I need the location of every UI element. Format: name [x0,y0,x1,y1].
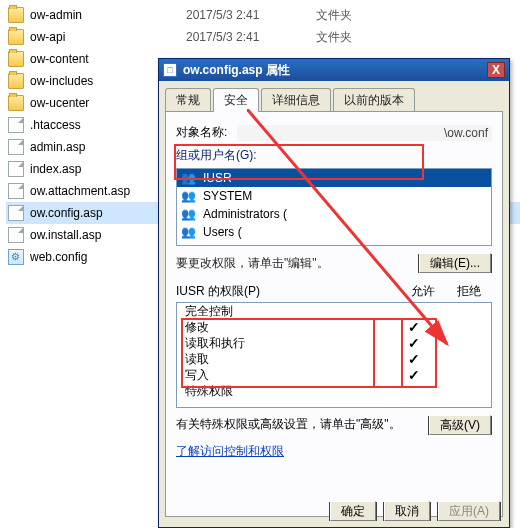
file-icon [8,117,24,133]
file-row[interactable]: ow-admin2017/5/3 2:41文件夹 [6,4,520,26]
file-name: ow-api [30,30,65,44]
file-name: ow-content [30,52,89,66]
user-list-item[interactable]: 👥IUSR [177,169,491,187]
file-name: index.asp [30,162,81,176]
permissions-title: IUSR 的权限(P) [176,283,400,300]
file-name: .htaccess [30,118,81,132]
security-tab-panel: 对象名称: \ow.conf 组或用户名(G): 👥IUSR 👥SYSTEM 👥… [165,111,503,517]
object-name-label: 对象名称: [176,124,227,141]
user-name: SYSTEM [203,189,252,203]
permission-name: 写入 [185,367,391,384]
tab-previous[interactable]: 以前的版本 [333,88,415,112]
file-type: 文件夹 [316,7,396,24]
tab-security[interactable]: 安全 [213,88,259,112]
advanced-hint-text: 有关特殊权限或高级设置，请单击"高级"。 [176,416,420,433]
users-icon: 👥 [181,171,197,185]
file-icon [8,161,24,177]
user-list-item[interactable]: 👥Administrators ( [177,205,491,223]
file-name: ow-ucenter [30,96,89,110]
file-name: admin.asp [30,140,85,154]
advanced-button[interactable]: 高级(V) [429,415,491,435]
object-name-value: \ow.conf [237,125,492,141]
permission-name: 特殊权限 [185,383,391,400]
file-row[interactable]: ow-api2017/5/3 2:41文件夹 [6,26,520,48]
users-icon: 👥 [181,225,197,239]
allow-header: 允许 [400,283,446,300]
file-date: 2017/5/3 2:41 [186,30,316,44]
permission-name: 读取和执行 [185,335,391,352]
user-list-item[interactable]: 👥SYSTEM [177,187,491,205]
groups-users-label: 组或用户名(G): [176,147,492,164]
apply-button[interactable]: 应用(A) [438,501,500,521]
users-icon: 👥 [181,189,197,203]
user-name: Administrators ( [203,207,287,221]
folder-icon [8,7,24,23]
folder-icon [8,73,24,89]
permission-allow: ✓ [391,367,437,383]
permissions-listbox[interactable]: 完全控制修改✓读取和执行✓读取✓写入✓特殊权限 [176,302,492,408]
cancel-button[interactable]: 取消 [384,501,430,521]
file-type: 文件夹 [316,29,396,46]
file-icon [8,205,24,221]
permission-name: 修改 [185,319,391,336]
permission-name: 读取 [185,351,391,368]
dialog-titlebar[interactable]: □ ow.config.asp 属性 X [159,59,509,81]
file-name: web.config [30,250,87,264]
config-icon [8,249,24,265]
file-icon [8,139,24,155]
edit-hint-text: 要更改权限，请单击"编辑"。 [176,255,418,272]
users-listbox[interactable]: 👥IUSR 👥SYSTEM 👥Administrators (👥Users ( [176,168,492,246]
user-name: IUSR [203,171,232,185]
folder-icon [8,29,24,45]
file-icon [8,227,24,243]
permission-allow: ✓ [391,319,437,335]
user-name: Users ( [203,225,242,239]
edit-button[interactable]: 编辑(E)... [419,253,491,273]
folder-icon [8,51,24,67]
file-date: 2017/5/3 2:41 [186,8,316,22]
tab-details[interactable]: 详细信息 [261,88,331,112]
ok-button[interactable]: 确定 [330,501,376,521]
file-name: ow-includes [30,74,93,88]
permission-allow: ✓ [391,335,437,351]
tab-general[interactable]: 常规 [165,88,211,112]
permission-allow: ✓ [391,351,437,367]
deny-header: 拒绝 [446,283,492,300]
file-name: ow-admin [30,8,82,22]
dialog-title: ow.config.asp 属性 [183,62,481,79]
permission-row[interactable]: 修改✓ [177,319,491,335]
users-icon: 👥 [181,207,197,221]
properties-dialog: □ ow.config.asp 属性 X 常规 安全 详细信息 以前的版本 对象… [158,58,510,528]
close-icon[interactable]: X [487,62,505,78]
permission-row[interactable]: 读取和执行✓ [177,335,491,351]
learn-access-control-link[interactable]: 了解访问控制和权限 [176,443,284,460]
permission-name: 完全控制 [185,303,391,320]
file-name: ow.attachment.asp [30,184,130,198]
file-icon [8,183,24,199]
tabs-bar: 常规 安全 详细信息 以前的版本 [159,81,509,111]
permission-row[interactable]: 特殊权限 [177,383,491,399]
permission-row[interactable]: 完全控制 [177,303,491,319]
file-icon: □ [163,63,177,77]
permission-row[interactable]: 写入✓ [177,367,491,383]
folder-icon [8,95,24,111]
file-name: ow.config.asp [30,206,103,220]
file-name: ow.install.asp [30,228,101,242]
user-list-item[interactable]: 👥Users ( [177,223,491,241]
permission-row[interactable]: 读取✓ [177,351,491,367]
